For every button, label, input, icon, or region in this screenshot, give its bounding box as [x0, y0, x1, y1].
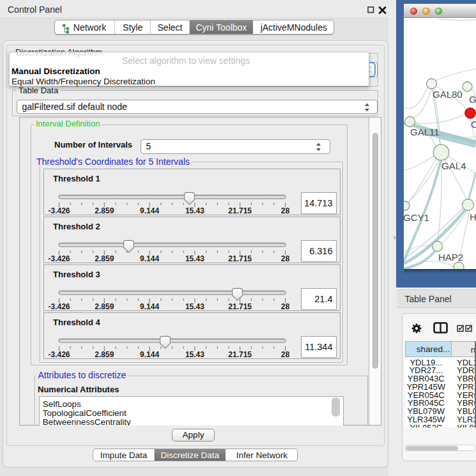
svg-text:GCY1: GCY1: [404, 212, 429, 223]
svg-text:9.144: 9.144: [140, 206, 159, 215]
svg-text:15.43: 15.43: [185, 302, 204, 311]
svg-text:28: 28: [280, 206, 289, 215]
svg-text:2.859: 2.859: [95, 350, 114, 359]
svg-text:-3.426: -3.426: [48, 302, 70, 311]
svg-text:GAL11: GAL11: [410, 127, 440, 137]
svg-text:HAP2: HAP2: [438, 252, 463, 263]
svg-text:21.715: 21.715: [228, 302, 252, 311]
svg-text:-3.426: -3.426: [48, 206, 70, 215]
svg-text:21.715: 21.715: [228, 206, 252, 215]
svg-text:28: 28: [280, 350, 289, 359]
svg-text:2.859: 2.859: [95, 206, 114, 215]
svg-text:C: C: [471, 119, 476, 130]
svg-text:28: 28: [280, 302, 289, 311]
svg-text:GAL80: GAL80: [433, 89, 463, 100]
svg-text:-3.426: -3.426: [48, 254, 70, 263]
svg-text:21.715: 21.715: [228, 350, 252, 359]
svg-text:15.43: 15.43: [185, 254, 204, 263]
svg-text:2.859: 2.859: [95, 254, 114, 263]
svg-text:15.43: 15.43: [185, 350, 204, 359]
svg-text:15.43: 15.43: [185, 206, 204, 215]
svg-text:2.859: 2.859: [95, 302, 114, 311]
svg-text:-3.426: -3.426: [48, 350, 70, 359]
svg-text:GA: GA: [469, 94, 476, 105]
svg-text:GAL4: GAL4: [441, 160, 466, 171]
svg-text:9.144: 9.144: [140, 254, 159, 263]
svg-text:21.715: 21.715: [228, 254, 252, 263]
svg-text:H: H: [470, 211, 476, 222]
svg-text:9.144: 9.144: [140, 350, 159, 359]
svg-text:28: 28: [280, 254, 289, 263]
svg-text:9.144: 9.144: [140, 302, 159, 311]
